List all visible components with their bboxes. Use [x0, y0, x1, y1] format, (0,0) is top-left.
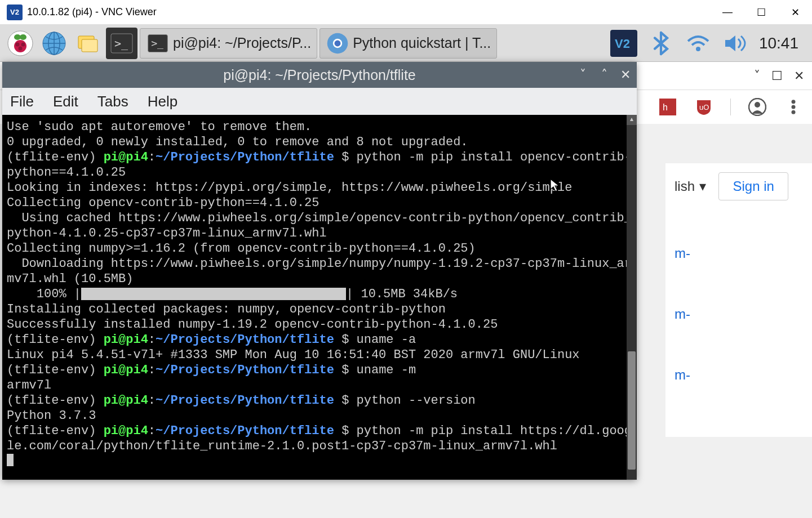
inner-close-icon[interactable]: ✕ — [794, 69, 804, 83]
terminal-title: pi@pi4: ~/Projects/Python/tflite — [223, 67, 416, 83]
svg-text:h: h — [663, 102, 668, 112]
terminal-scrollbar[interactable]: ▴ — [627, 115, 637, 480]
taskbar-chromium-task[interactable]: Python quickstart | T... — [320, 28, 497, 59]
browser-menu-icon[interactable] — [784, 97, 803, 117]
taskbar-terminal-task[interactable]: >_ pi@pi4: ~/Projects/P... — [140, 28, 317, 59]
dropdown-arrow-icon: ▾ — [699, 178, 706, 194]
svg-point-4 — [16, 42, 20, 46]
terminal-titlebar[interactable]: pi@pi4: ~/Projects/Python/tflite ˅ ˄ ✕ — [2, 62, 637, 88]
vnc-window-title: 10.0.1.82 (pi4) - VNC Viewer — [27, 6, 157, 18]
menu-edit[interactable]: Edit — [53, 93, 78, 110]
svg-point-28 — [792, 110, 796, 114]
scrollbar-up-icon[interactable]: ▴ — [627, 115, 637, 125]
svg-point-25 — [755, 102, 760, 108]
vnc-logo-icon: V2 — [7, 5, 23, 20]
wifi-icon[interactable] — [685, 30, 712, 57]
taskbar-chromium-label: Python quickstart | T... — [353, 35, 491, 51]
progress-bar — [81, 288, 346, 300]
svg-point-3 — [14, 40, 26, 52]
menu-help[interactable]: Help — [148, 93, 178, 110]
ublock-icon[interactable]: uO — [694, 97, 713, 117]
svg-point-27 — [792, 105, 796, 109]
terminal-output: Use 'sudo apt autoremove' to remove them… — [7, 119, 632, 471]
svg-text:uO: uO — [699, 103, 709, 111]
svg-point-17 — [335, 40, 341, 46]
maximize-button[interactable]: ☐ — [744, 0, 778, 24]
window-controls: — ☐ ✕ — [711, 0, 812, 24]
svg-point-5 — [21, 42, 25, 46]
chromium-task-icon — [326, 32, 349, 55]
globe-icon[interactable] — [38, 28, 70, 59]
inner-maximize-icon[interactable]: ☐ — [771, 69, 783, 83]
bluetooth-icon[interactable] — [647, 30, 675, 57]
svg-point-2 — [20, 34, 26, 40]
svg-rect-21 — [659, 99, 676, 115]
page-link[interactable]: m- — [675, 245, 803, 261]
page-link[interactable]: m- — [675, 367, 803, 383]
terminal-cursor — [7, 454, 14, 466]
vnc-server-tray-icon[interactable]: V2 — [610, 30, 637, 57]
menu-file[interactable]: File — [10, 93, 34, 110]
start-menu-icon[interactable] — [5, 28, 36, 59]
terminal-menubar: File Edit Tabs Help — [2, 88, 637, 115]
terminal-launcher-icon[interactable]: >_ — [106, 28, 137, 59]
svg-point-26 — [792, 100, 796, 104]
svg-point-6 — [19, 46, 23, 50]
profile-icon[interactable] — [748, 97, 767, 117]
language-dropdown[interactable]: lish ▾ — [675, 178, 706, 194]
svg-rect-10 — [82, 39, 97, 52]
close-button[interactable]: ✕ — [778, 0, 812, 24]
vnc-window-titlebar: V2 10.0.1.82 (pi4) - VNC Viewer — ☐ ✕ — [0, 0, 812, 25]
sign-in-button[interactable]: Sign in — [718, 172, 788, 200]
minimize-button[interactable]: — — [711, 0, 744, 24]
terminal-close-icon[interactable]: ✕ — [620, 68, 631, 82]
rpi-taskbar: >_ >_ pi@pi4: ~/Projects/P... Python qui… — [0, 25, 812, 62]
terminal-minimize-icon[interactable]: ˅ — [577, 68, 588, 82]
file-manager-icon[interactable] — [72, 28, 104, 59]
taskbar-terminal-label: pi@pi4: ~/Projects/P... — [173, 35, 311, 51]
extension-icon[interactable]: h — [658, 97, 677, 117]
system-tray: V2 10:41 — [610, 30, 807, 57]
terminal-task-icon: >_ — [146, 32, 170, 55]
browser-page-content: lish ▾ Sign in m- m- m- — [665, 163, 812, 437]
volume-icon[interactable] — [722, 30, 749, 57]
terminal-maximize-icon[interactable]: ˄ — [598, 68, 610, 82]
inner-dropdown-icon[interactable]: ˅ — [754, 69, 760, 83]
terminal-window: pi@pi4: ~/Projects/Python/tflite ˅ ˄ ✕ F… — [2, 62, 637, 480]
svg-point-20 — [696, 47, 700, 51]
svg-text:>_: >_ — [151, 37, 163, 49]
menu-tabs[interactable]: Tabs — [97, 93, 128, 110]
terminal-body[interactable]: Use 'sudo apt autoremove' to remove them… — [2, 115, 637, 480]
scrollbar-thumb[interactable] — [628, 351, 636, 470]
svg-text:V2: V2 — [615, 37, 630, 51]
separator — [730, 99, 731, 115]
clock[interactable]: 10:41 — [759, 34, 803, 52]
svg-text:>_: >_ — [114, 37, 128, 50]
page-link[interactable]: m- — [675, 306, 803, 322]
